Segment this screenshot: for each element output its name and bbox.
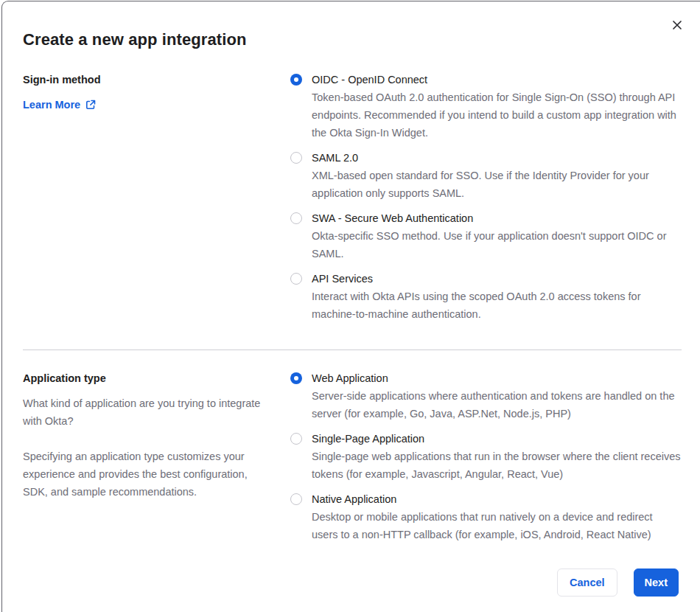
radio-option-label: Native Application	[312, 490, 682, 508]
learn-more-link[interactable]: Learn More	[23, 96, 96, 114]
radio-option[interactable]: OIDC - OpenID Connect Token-based OAuth …	[290, 71, 682, 142]
radio-option-description: XML-based open standard for SSO. Use if …	[312, 167, 682, 202]
next-button[interactable]: Next	[634, 568, 679, 597]
signin-method-options: OIDC - OpenID Connect Token-based OAuth …	[290, 71, 682, 323]
application-type-explanation: Specifying an application type customize…	[23, 448, 274, 501]
application-type-options: Web Application Server-side applications…	[290, 369, 682, 543]
radio-option[interactable]: Single-Page Application Single-page web …	[290, 430, 682, 483]
radio-option-description: Desktop or mobile applications that run …	[312, 508, 682, 543]
close-button[interactable]	[670, 18, 685, 32]
cancel-button[interactable]: Cancel	[557, 568, 617, 597]
radio-button[interactable]	[290, 212, 302, 224]
application-type-section: Application type What kind of applicatio…	[23, 369, 700, 543]
external-link-icon	[85, 100, 96, 110]
radio-button[interactable]	[290, 433, 302, 445]
radio-option[interactable]: Web Application Server-side applications…	[290, 369, 682, 423]
radio-option-description: Token-based OAuth 2.0 authentication for…	[312, 88, 682, 142]
radio-option[interactable]: Native Application Desktop or mobile app…	[290, 490, 682, 543]
radio-option-description: Server-side applications where authentic…	[312, 387, 682, 423]
application-type-label: Application type	[23, 369, 274, 387]
learn-more-label: Learn More	[23, 96, 80, 114]
close-icon	[672, 20, 682, 30]
section-divider	[23, 350, 682, 350]
radio-button[interactable]	[290, 152, 302, 164]
dialog-title: Create a new app integration	[23, 29, 700, 50]
radio-option-label: API Services	[312, 270, 682, 288]
radio-option-description: Okta-specific SSO method. Use if your ap…	[312, 227, 682, 262]
radio-button[interactable]	[290, 273, 302, 285]
radio-option-description: Interact with Okta APIs using the scoped…	[312, 288, 682, 323]
radio-option-label: SAML 2.0	[312, 149, 682, 167]
radio-option-label: OIDC - OpenID Connect	[312, 71, 682, 88]
radio-option-label: Single-Page Application	[312, 430, 682, 448]
radio-option[interactable]: SAML 2.0 XML-based open standard for SSO…	[290, 149, 682, 202]
signin-method-section: Sign-in method Learn More OIDC - OpenID …	[23, 71, 700, 323]
radio-button[interactable]	[290, 493, 302, 505]
radio-option-label: SWA - Secure Web Authentication	[312, 209, 682, 227]
radio-option[interactable]: API Services Interact with Okta APIs usi…	[290, 270, 682, 323]
radio-button[interactable]	[290, 74, 302, 86]
dialog-footer: Cancel Next	[23, 568, 700, 597]
radio-option[interactable]: SWA - Secure Web Authentication Okta-spe…	[290, 209, 682, 262]
radio-option-label: Web Application	[312, 369, 682, 387]
radio-button[interactable]	[290, 372, 302, 384]
create-app-integration-dialog: Create a new app integration Sign-in met…	[1, 1, 700, 612]
signin-method-label: Sign-in method	[23, 71, 274, 88]
application-type-question: What kind of application are you trying …	[23, 394, 274, 430]
radio-option-description: Single-page web applications that run in…	[312, 448, 682, 483]
